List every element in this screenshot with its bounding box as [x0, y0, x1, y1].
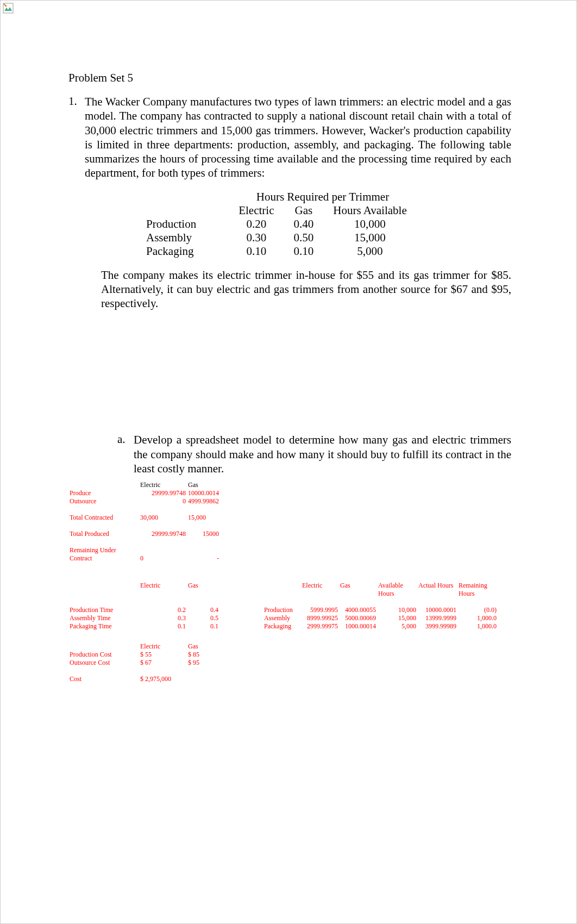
- cell: 0.10: [284, 245, 323, 258]
- cell: 2999.99975: [301, 622, 339, 630]
- row-label: Total Contracted: [68, 514, 139, 522]
- row-label: Outsource: [68, 497, 139, 505]
- cell: -: [187, 546, 220, 563]
- table-row: Packaging 0.10 0.10 5,000: [136, 245, 417, 258]
- cell: 15000: [187, 530, 220, 538]
- svg-marker-1: [4, 7, 12, 11]
- table-row: Total Produced 29999.99748 15000: [68, 530, 220, 538]
- table-row: Total Contracted 30,000 15,000: [68, 514, 220, 522]
- cell: 10000.0014: [187, 489, 220, 497]
- cell: 15,000: [377, 614, 417, 622]
- col-gas-header: Gas: [187, 481, 220, 489]
- cell: 10,000: [323, 217, 417, 231]
- table-row: Remaining Under Contract 0 -: [68, 546, 220, 563]
- cell: 0.5: [187, 614, 219, 622]
- col-hours-available: Hours Available: [323, 204, 417, 217]
- spreadsheet-produce-table: Electric Gas Produce 29999.99748 10000.0…: [68, 481, 220, 563]
- table-row: Outsource 0 4999.99862: [68, 497, 220, 505]
- cell: 0.50: [284, 231, 323, 245]
- cell: 0: [139, 497, 187, 505]
- cell: 0.1: [139, 622, 187, 630]
- cell: $ 85: [187, 651, 219, 659]
- hours-required-table: Hours Required per Trimmer Electric Gas …: [136, 190, 417, 258]
- table-row: Produce 29999.99748 10000.0014: [68, 489, 220, 497]
- cell: 0.3: [139, 614, 187, 622]
- col-header: Electric: [139, 642, 187, 651]
- svg-line-3: [4, 4, 6, 6]
- table-row: Packaging Time 0.1 0.1 Packaging 2999.99…: [68, 622, 498, 630]
- cell: 1000.00014: [339, 622, 377, 630]
- row-label: Assembly Time: [68, 614, 139, 622]
- page-title: Problem Set 5: [68, 71, 511, 85]
- col-header: Electric: [139, 582, 187, 598]
- sub-problem-letter: a.: [117, 433, 134, 476]
- cell: 4000.00055: [339, 606, 377, 614]
- cell: (0.0): [457, 606, 498, 614]
- col-header: Actual Hours: [417, 582, 457, 598]
- cell: 5999.9995: [301, 606, 339, 614]
- cell: 5,000: [377, 622, 417, 630]
- row-label: Packaging: [136, 245, 229, 258]
- cell: 15,000: [187, 514, 220, 522]
- col-header: Gas: [187, 642, 219, 651]
- col-electric-header: Electric: [139, 481, 187, 489]
- cell: 0.40: [284, 217, 323, 231]
- table-row: Cost $ 2,975,000: [68, 675, 219, 683]
- col-header: Available Hours: [377, 582, 417, 598]
- cell: 5,000: [323, 245, 417, 258]
- cell: 0: [139, 546, 187, 563]
- cell: Assembly: [263, 614, 301, 622]
- row-label: Production Time: [68, 606, 139, 614]
- col-header: Remaining Hours: [457, 582, 498, 598]
- col-header: Electric: [301, 582, 339, 598]
- cell: 10000.0001: [417, 606, 457, 614]
- cell: 15,000: [323, 231, 417, 245]
- cell: 10,000: [377, 606, 417, 614]
- row-label: Total Produced: [68, 530, 139, 538]
- cell: 0.4: [187, 606, 219, 614]
- row-label: Production Cost: [68, 651, 139, 659]
- cell: $ 95: [187, 659, 219, 667]
- table-row: Production 0.20 0.40 10,000: [136, 217, 417, 231]
- table-row: Assembly Time 0.3 0.5 Assembly 8999.9992…: [68, 614, 498, 622]
- cell: 1,000.0: [457, 622, 498, 630]
- table-row: Assembly 0.30 0.50 15,000: [136, 231, 417, 245]
- col-gas: Gas: [284, 204, 323, 217]
- cell: $ 67: [139, 659, 187, 667]
- cell: 0.30: [229, 231, 284, 245]
- sub-problem-text: Develop a spreadsheet model to determine…: [134, 433, 511, 476]
- cell: 4999.99862: [187, 497, 220, 505]
- row-label: Packaging Time: [68, 622, 139, 630]
- cell: 8999.99925: [301, 614, 339, 622]
- cell: Packaging: [263, 622, 301, 630]
- col-header: Gas: [187, 582, 219, 598]
- table-row: Production Cost $ 55 $ 85: [68, 651, 219, 659]
- cell: 0.1: [187, 622, 219, 630]
- cell: 0.20: [229, 217, 284, 231]
- table-row: Production Time 0.2 0.4 Production 5999.…: [68, 606, 498, 614]
- problem-number: 1.: [68, 95, 85, 180]
- col-electric: Electric: [229, 204, 284, 217]
- followup-paragraph: The company makes its electric trimmer i…: [101, 268, 511, 311]
- row-label: Outsource Cost: [68, 659, 139, 667]
- row-label: Production: [136, 217, 229, 231]
- cell: Production: [263, 606, 301, 614]
- cell: 30,000: [139, 514, 187, 522]
- cell: 0.2: [139, 606, 187, 614]
- row-label: Produce: [68, 489, 139, 497]
- broken-image-icon: [3, 3, 14, 14]
- spreadsheet-time-table: Electric Gas Electric Gas Available Hour…: [68, 582, 498, 630]
- problem-text: The Wacker Company manufactures two type…: [85, 95, 511, 180]
- cell: 5000.00069: [339, 614, 377, 622]
- cost-label: Cost: [68, 675, 139, 683]
- cell: 29999.99748: [139, 530, 187, 538]
- table-row: Outsource Cost $ 67 $ 95: [68, 659, 219, 667]
- spreadsheet-cost-table: Electric Gas Production Cost $ 55 $ 85 O…: [68, 642, 219, 683]
- cost-value: $ 2,975,000: [139, 675, 187, 683]
- row-label: Remaining Under Contract: [68, 546, 139, 563]
- cell: 0.10: [229, 245, 284, 258]
- cell: 13999.9999: [417, 614, 457, 622]
- col-header: Gas: [339, 582, 377, 598]
- cell: 29999.99748: [139, 489, 187, 497]
- cell: 1,000.0: [457, 614, 498, 622]
